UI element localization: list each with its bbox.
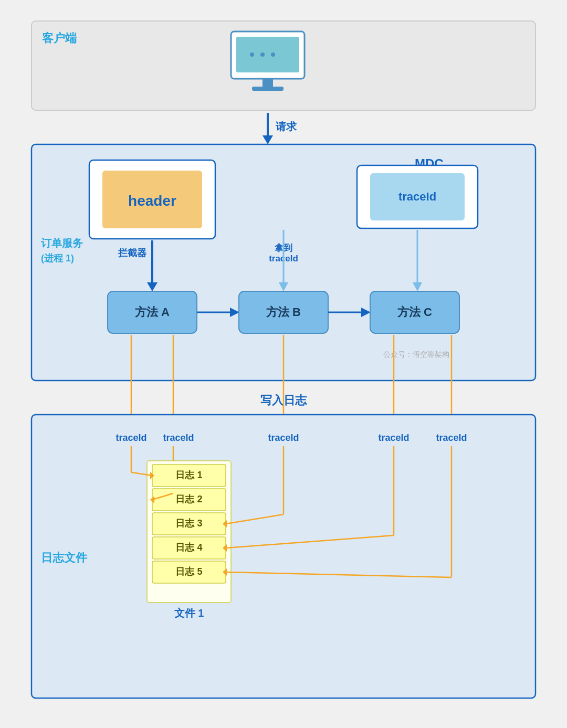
- file1-label: 文件 1: [174, 607, 204, 619]
- svg-point-5: [260, 52, 265, 57]
- log-file-label: 日志文件: [41, 551, 88, 564]
- log4-label: 日志 4: [175, 542, 202, 553]
- log5-label: 日志 5: [175, 566, 202, 577]
- traceid-label-3: traceId: [268, 432, 299, 443]
- request-label: 请求: [276, 121, 297, 132]
- traceid-label-1: traceId: [116, 432, 146, 443]
- method-a-label: 方法 A: [134, 305, 170, 319]
- order-service-label: 订单服务: [41, 237, 83, 249]
- diagram-container: 客户端 请求 订单服务 (进程 1) MDC header: [26, 16, 541, 719]
- interceptor-label: 拦截器: [118, 248, 147, 258]
- main-diagram: 客户端 请求 订单服务 (进程 1) MDC header: [26, 16, 541, 719]
- header-box-label: header: [128, 193, 176, 209]
- method-c-label: 方法 C: [397, 305, 432, 319]
- method-b-label: 方法 B: [266, 305, 301, 319]
- svg-rect-8: [252, 87, 284, 91]
- svg-point-4: [250, 52, 254, 57]
- svg-rect-3: [236, 37, 299, 72]
- log1-label: 日志 1: [175, 470, 202, 480]
- client-label: 客户端: [42, 31, 77, 45]
- svg-point-6: [271, 52, 275, 57]
- traceid-mdc-box-label: traceId: [398, 190, 436, 203]
- traceid-label-2: traceId: [163, 432, 194, 443]
- order-service-sublabel: (进程 1): [41, 253, 74, 263]
- log3-label: 日志 3: [175, 518, 202, 529]
- traceid-label-4: traceId: [378, 432, 409, 443]
- traceid-label-5: traceId: [436, 432, 467, 443]
- log2-label: 日志 2: [175, 494, 202, 504]
